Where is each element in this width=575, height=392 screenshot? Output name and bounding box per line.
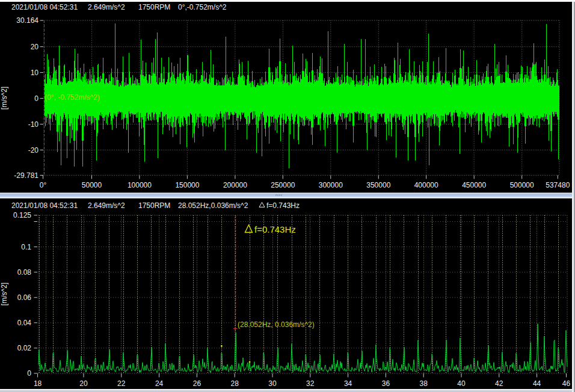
svg-text:28.052Hz,0.036m/s^2: 28.052Hz,0.036m/s^2 (178, 201, 248, 210)
svg-text:26: 26 (193, 379, 201, 388)
svg-text:-10: -10 (28, 120, 39, 129)
svg-text:0°: 0° (40, 181, 47, 189)
svg-text:100000: 100000 (128, 181, 152, 189)
svg-text:0.08: 0.08 (17, 268, 32, 277)
svg-text:42: 42 (495, 379, 503, 388)
svg-text:24: 24 (155, 379, 164, 388)
svg-text:32: 32 (306, 379, 315, 388)
svg-text:1750RPM: 1750RPM (138, 3, 170, 11)
svg-text:350000: 350000 (366, 181, 390, 189)
svg-text:40: 40 (457, 379, 466, 388)
svg-text:250000: 250000 (271, 181, 295, 189)
svg-text:50000: 50000 (82, 181, 102, 189)
svg-text:10: 10 (31, 69, 39, 77)
svg-text:30.164: 30.164 (16, 16, 38, 25)
svg-text:2021/01/08 04:52:31: 2021/01/08 04:52:31 (11, 3, 78, 11)
svg-text:0: 0 (27, 369, 31, 378)
svg-text:0.04: 0.04 (17, 319, 32, 327)
svg-text:46: 46 (562, 379, 571, 388)
svg-text:450000: 450000 (462, 181, 486, 189)
svg-text:0.125: 0.125 (13, 211, 31, 219)
svg-text:f=0.743Hz: f=0.743Hz (266, 201, 300, 210)
svg-text:[m/s^2]: [m/s^2] (0, 283, 8, 305)
svg-text:0°,-0.752m/s^2: 0°,-0.752m/s^2 (178, 3, 227, 11)
svg-text:2021/01/08 04:52:31: 2021/01/08 04:52:31 (11, 201, 78, 210)
svg-text:400000: 400000 (414, 181, 438, 189)
svg-text:500000: 500000 (510, 181, 534, 189)
svg-text:34: 34 (344, 379, 352, 388)
svg-text:36: 36 (382, 379, 390, 388)
svg-text:30: 30 (268, 379, 277, 388)
svg-text:[m/s^2]: [m/s^2] (0, 87, 8, 109)
svg-text:1750RPM: 1750RPM (138, 201, 170, 210)
svg-text:20: 20 (79, 379, 88, 388)
svg-text:0.1: 0.1 (21, 243, 31, 251)
svg-text:(28.052Hz, 0.036m/s^2): (28.052Hz, 0.036m/s^2) (238, 320, 315, 329)
svg-text:150000: 150000 (175, 181, 199, 189)
svg-text:44: 44 (533, 379, 541, 388)
svg-text:-29.781: -29.781 (14, 171, 38, 180)
svg-text:38: 38 (420, 379, 428, 388)
svg-text:0: 0 (34, 94, 38, 103)
svg-text:537480: 537480 (546, 181, 570, 189)
svg-text:2.649m/s^2: 2.649m/s^2 (88, 3, 125, 11)
svg-text:(0°, -0.752m/s^2): (0°, -0.752m/s^2) (45, 93, 100, 102)
svg-text:f=0.743Hz: f=0.743Hz (254, 224, 296, 234)
svg-text:18: 18 (34, 379, 42, 388)
svg-text:300000: 300000 (319, 181, 343, 189)
svg-text:2.649m/s^2: 2.649m/s^2 (88, 201, 125, 210)
svg-text:0.06: 0.06 (17, 293, 32, 302)
svg-text:22: 22 (117, 379, 126, 388)
svg-text:20: 20 (31, 43, 39, 51)
svg-text:28: 28 (231, 379, 239, 388)
svg-text:-20: -20 (28, 146, 39, 155)
svg-text:200000: 200000 (223, 181, 247, 189)
svg-text:0.02: 0.02 (17, 344, 32, 352)
